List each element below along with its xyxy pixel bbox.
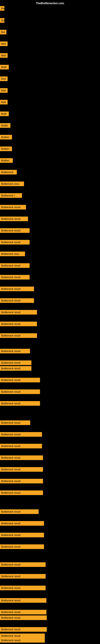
- bottleneck-item: Bottl: [0, 112, 9, 116]
- bottleneck-item: Bottleneck result: [0, 562, 46, 567]
- bottleneck-item: Bottleneck result: [0, 598, 47, 603]
- bottleneck-item: Bottleneck result: [0, 533, 44, 537]
- bottleneck-item: Bott: [0, 53, 8, 58]
- bottleneck-item: Bottleneck result: [0, 586, 46, 590]
- site-title: TheBottlenecker.com: [36, 2, 64, 5]
- bottleneck-item: Bottleneck result: [0, 610, 47, 614]
- bottleneck-item: Bottleneck result: [0, 509, 39, 514]
- bottleneck-item: Bottleneck resu: [0, 252, 25, 256]
- bottleneck-item: Bottleneck result: [0, 456, 43, 460]
- bottleneck-item: Bottleneck result: [0, 444, 42, 448]
- bottleneck-item: Bottleneck result: [0, 638, 45, 642]
- bottleneck-item: Bottleneck result: [0, 216, 28, 221]
- bottleneck-item: Bottleneck result: [0, 616, 47, 620]
- bottleneck-item: Bottleneck result: [0, 390, 40, 394]
- bottleneck-item: Bottleneck result: [0, 240, 30, 244]
- bottleneck-item: Bottleneck result: [0, 263, 30, 268]
- bottleneck-item: Bott: [0, 100, 8, 104]
- bottleneck-item: Bottleneck result: [0, 366, 31, 371]
- bottleneck-item: Bottleneck result: [0, 310, 37, 314]
- bottleneck-item: Bottleneck result: [0, 228, 30, 233]
- bottleneck-item: Bo: [0, 18, 4, 23]
- bottleneck-item: Bott: [0, 42, 8, 46]
- bottleneck-item: Bottleneck result: [0, 275, 30, 280]
- bottleneck-item: Bottlen: [0, 146, 12, 151]
- bottleneck-item: Bottleneck result: [0, 378, 40, 382]
- bottleneck-item: Bottleneck: [0, 170, 17, 174]
- bottleneck-item: Bottleneck r: [0, 193, 22, 198]
- bottleneck-item: Bottlen: [0, 158, 13, 163]
- bottleneck-item: Bott: [0, 88, 8, 93]
- bottleneck-item: Bottleneck result: [0, 634, 45, 638]
- bottleneck-item: Bottleneck result: [0, 401, 40, 406]
- bottleneck-item: Bottleneck result: [0, 490, 43, 495]
- bottleneck-item: Bottleneck result: [0, 420, 30, 425]
- bottleneck-item: Bottleneck result: [0, 286, 34, 291]
- bottleneck-item: Bott: [0, 76, 8, 81]
- bottleneck-item: Bottleneck result: [0, 349, 30, 354]
- bottleneck-item: Bottleneck result: [0, 627, 47, 632]
- bottleneck-item: Bottleneck result: [0, 205, 26, 210]
- bottleneck-item: Bottleneck result: [0, 521, 44, 526]
- bottleneck-item: Bottleneck resu: [0, 182, 24, 186]
- bottleneck-item: Bottl: [0, 65, 9, 70]
- bottleneck-item: Bottleneck result: [0, 333, 37, 338]
- bottleneck-item: Bottleneck result: [0, 574, 46, 578]
- bottleneck-item: Bot: [0, 30, 6, 34]
- bottleneck-item: Bottleneck result: [0, 322, 37, 326]
- bottleneck-item: Bottle: [0, 123, 10, 128]
- bottleneck-item: Bottleneck result: [0, 360, 31, 365]
- bottleneck-item: Bottleneck result: [0, 467, 43, 472]
- bottleneck-item: Bottleneck result: [0, 544, 44, 549]
- bottleneck-item: Bottleneck result: [0, 432, 42, 437]
- bottleneck-item: Bottleneck result: [0, 479, 43, 484]
- bottleneck-item: Bo: [0, 6, 4, 11]
- bottleneck-item: Bottlen: [0, 135, 12, 140]
- bottleneck-item: Bottleneck result: [0, 298, 34, 303]
